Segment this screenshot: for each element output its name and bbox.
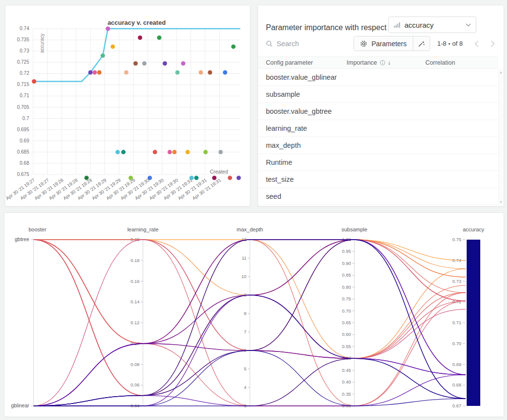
column-config-parameter: Config parameter bbox=[266, 59, 347, 66]
panel-title: Parameter importance with respect to bbox=[266, 23, 395, 32]
parameters-button-group: Parameters bbox=[353, 36, 430, 51]
svg-text:0.70: 0.70 bbox=[342, 308, 351, 314]
svg-text:0.40: 0.40 bbox=[342, 379, 351, 385]
svg-text:0.85: 0.85 bbox=[342, 272, 351, 278]
magic-wand-button[interactable] bbox=[413, 36, 430, 51]
svg-text:0.715: 0.715 bbox=[17, 82, 29, 87]
prev-page-button[interactable] bbox=[474, 40, 479, 47]
svg-text:accuracy: accuracy bbox=[463, 227, 485, 232]
svg-text:0.71: 0.71 bbox=[453, 320, 462, 325]
svg-text:accuracy v. created: accuracy v. created bbox=[107, 19, 166, 26]
svg-text:0.69: 0.69 bbox=[453, 362, 462, 367]
importance-table-body: booster.value_gblinearsubsamplebooster.v… bbox=[258, 69, 498, 206]
svg-text:0.16: 0.16 bbox=[131, 279, 140, 284]
svg-text:0.675: 0.675 bbox=[17, 172, 29, 177]
next-chevron-icon bbox=[490, 40, 495, 47]
svg-text:7: 7 bbox=[244, 329, 246, 334]
svg-text:0.45: 0.45 bbox=[342, 368, 351, 373]
column-importance-label: Importance bbox=[347, 59, 377, 66]
table-row: learning_rate bbox=[258, 120, 498, 137]
svg-text:learning_rate: learning_rate bbox=[127, 227, 158, 232]
config-parameter-name: booster.value_gbtree bbox=[266, 107, 347, 115]
config-parameter-name: learning_rate bbox=[266, 124, 347, 132]
config-parameter-name: subsample bbox=[266, 90, 347, 98]
pagination-total: of 8 bbox=[452, 40, 463, 47]
prev-chevron-icon bbox=[474, 40, 479, 47]
svg-text:0.73: 0.73 bbox=[20, 48, 30, 53]
svg-text:0.06: 0.06 bbox=[131, 382, 140, 387]
svg-text:0.7: 0.7 bbox=[22, 116, 29, 121]
table-header: Config parameter Importance ↓ Correlatio… bbox=[258, 56, 498, 69]
accuracy-vs-created-chart[interactable]: 0.740.7350.730.7250.720.7150.710.7050.70… bbox=[5, 5, 250, 206]
svg-text:0.14: 0.14 bbox=[131, 299, 140, 304]
toolbar: Parameters 1-8 ▾ of 8 bbox=[266, 36, 495, 51]
svg-text:gbtree: gbtree bbox=[15, 236, 29, 242]
svg-text:0.68: 0.68 bbox=[453, 382, 462, 387]
svg-text:5: 5 bbox=[244, 366, 246, 371]
column-correlation: Correlation bbox=[425, 59, 498, 66]
table-scrollbar[interactable]: ▲ ▼ bbox=[498, 69, 503, 205]
svg-text:0.75: 0.75 bbox=[453, 237, 462, 242]
table-row: max_depth bbox=[258, 137, 498, 154]
accuracy-colorbar bbox=[467, 240, 480, 406]
svg-text:0.35: 0.35 bbox=[342, 391, 351, 397]
config-parameter-name: booster.value_gblinear bbox=[266, 73, 347, 81]
svg-text:max_depth: max_depth bbox=[237, 227, 263, 232]
svg-text:0.55: 0.55 bbox=[342, 344, 351, 349]
svg-text:gblinear: gblinear bbox=[11, 402, 30, 408]
svg-text:0.69: 0.69 bbox=[20, 138, 30, 143]
pagination-caret-icon: ▾ bbox=[448, 42, 450, 46]
svg-text:0.73: 0.73 bbox=[453, 279, 462, 284]
svg-text:subsample: subsample bbox=[341, 227, 367, 232]
magic-wand-icon bbox=[418, 40, 425, 48]
svg-text:0.725: 0.725 bbox=[17, 59, 29, 65]
svg-text:0.65: 0.65 bbox=[342, 320, 351, 325]
pagination[interactable]: 1-8 ▾ of 8 bbox=[437, 40, 463, 47]
svg-text:4: 4 bbox=[244, 385, 246, 390]
sort-descending-icon: ↓ bbox=[388, 59, 391, 66]
scroll-up-icon[interactable]: ▲ bbox=[499, 70, 503, 74]
scatter-panel: 0.740.7350.730.7250.720.7150.710.7050.70… bbox=[5, 5, 250, 207]
table-row: booster.value_gblinear bbox=[258, 69, 498, 86]
next-page-button[interactable] bbox=[490, 40, 495, 47]
metric-dropdown-value: accuracy bbox=[404, 21, 462, 29]
table-row: booster.value_gbtree bbox=[258, 103, 498, 120]
svg-text:Created: Created bbox=[210, 169, 228, 175]
config-parameter-name: test_size bbox=[266, 175, 347, 183]
svg-text:0.60: 0.60 bbox=[342, 332, 351, 337]
table-row: Runtime bbox=[258, 154, 498, 171]
svg-text:0.695: 0.695 bbox=[17, 127, 29, 132]
svg-text:0.95: 0.95 bbox=[342, 248, 351, 254]
parameters-button-label: Parameters bbox=[371, 40, 406, 48]
search-icon bbox=[266, 40, 273, 47]
column-importance[interactable]: Importance ↓ bbox=[347, 59, 425, 66]
parameter-importance-panel: Parameter importance with respect to acc… bbox=[258, 5, 504, 207]
search-box[interactable] bbox=[266, 40, 353, 48]
search-input[interactable] bbox=[277, 40, 340, 48]
parallel-coordinates-chart[interactable]: boostergbtreegblinearlearning_rate0.200.… bbox=[4, 213, 504, 417]
chevron-down-icon bbox=[466, 23, 471, 27]
wandb-dashboard: { "importance_panel": { "title": "Parame… bbox=[0, 0, 507, 420]
bar-chart-icon bbox=[394, 22, 401, 28]
svg-text:10: 10 bbox=[241, 274, 246, 279]
svg-text:0.735: 0.735 bbox=[17, 37, 29, 42]
run-points bbox=[32, 27, 241, 180]
metric-dropdown[interactable]: accuracy bbox=[388, 17, 476, 33]
svg-text:0.705: 0.705 bbox=[17, 105, 29, 110]
scroll-down-icon[interactable]: ▼ bbox=[499, 200, 503, 204]
svg-text:0.685: 0.685 bbox=[17, 149, 29, 155]
table-row: test_size bbox=[258, 171, 498, 188]
parallel-coordinates-panel: boostergbtreegblinearlearning_rate0.200.… bbox=[4, 212, 504, 417]
svg-text:booster: booster bbox=[29, 227, 47, 232]
config-parameter-name: max_depth bbox=[266, 141, 347, 149]
svg-text:0.74: 0.74 bbox=[20, 26, 30, 31]
svg-text:0.08: 0.08 bbox=[131, 362, 140, 367]
svg-text:0.70: 0.70 bbox=[453, 341, 462, 346]
svg-text:0.80: 0.80 bbox=[342, 284, 351, 290]
svg-text:11: 11 bbox=[242, 255, 246, 261]
pagination-range: 1-8 bbox=[437, 40, 447, 47]
svg-text:0.12: 0.12 bbox=[131, 320, 140, 325]
parameters-button[interactable]: Parameters bbox=[354, 36, 412, 51]
svg-text:0.71: 0.71 bbox=[20, 93, 30, 98]
gear-icon bbox=[360, 40, 367, 48]
